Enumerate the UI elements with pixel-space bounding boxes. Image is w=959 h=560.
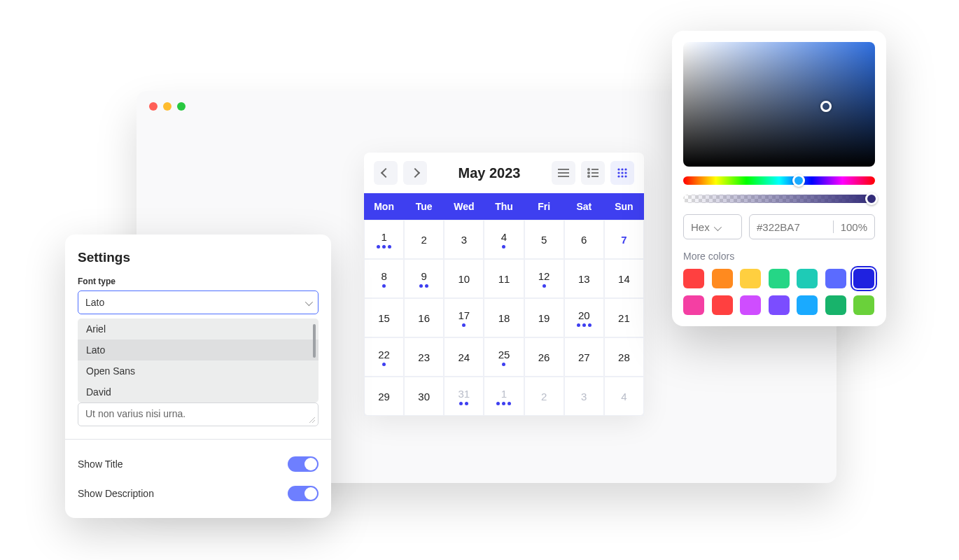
- color-swatch[interactable]: [740, 295, 761, 315]
- calendar-day-cell[interactable]: 24: [444, 337, 484, 377]
- calendar-day-cell[interactable]: 26: [524, 337, 564, 377]
- calendar-day-cell[interactable]: 14: [604, 259, 644, 298]
- resize-grip-icon: [308, 416, 315, 423]
- day-number: 1: [501, 388, 507, 400]
- dropdown-scrollbar[interactable]: [313, 324, 316, 358]
- calendar-day-cell[interactable]: 18: [484, 298, 524, 337]
- alpha-slider[interactable]: [683, 195, 875, 203]
- hue-thumb[interactable]: [792, 174, 805, 187]
- calendar-day-cell[interactable]: 4: [604, 377, 644, 416]
- svg-point-3: [587, 168, 590, 171]
- svg-rect-4: [592, 169, 598, 170]
- calendar-view-agenda[interactable]: [581, 161, 605, 185]
- calendar-day-cell[interactable]: 17: [444, 298, 484, 337]
- show-description-toggle[interactable]: [288, 486, 318, 501]
- calendar-day-cell[interactable]: 6: [564, 220, 604, 259]
- color-value-input[interactable]: #322BA7 100%: [749, 214, 875, 239]
- day-number: 14: [618, 273, 630, 285]
- calendar-view-grid[interactable]: [610, 161, 634, 185]
- calendar-day-cell[interactable]: 20: [564, 298, 604, 337]
- maximize-window[interactable]: [177, 102, 186, 111]
- alpha-thumb[interactable]: [865, 192, 878, 205]
- font-option[interactable]: David: [78, 382, 318, 402]
- day-number: 29: [378, 391, 390, 402]
- color-swatch[interactable]: [769, 269, 790, 288]
- day-number: 21: [618, 312, 630, 324]
- calendar-prev-button[interactable]: [374, 161, 398, 185]
- calendar-day-cell[interactable]: 1: [484, 377, 524, 416]
- settings-panel: Settings Font type Lato ArielLatoOpen Sa…: [65, 234, 331, 518]
- calendar-day-cell[interactable]: 8: [364, 259, 404, 298]
- calendar-day-cell[interactable]: 2: [404, 220, 444, 259]
- calendar-day-cell[interactable]: 3: [444, 220, 484, 259]
- calendar-day-cell[interactable]: 16: [404, 298, 444, 337]
- day-number: 24: [458, 351, 470, 363]
- color-swatch[interactable]: [769, 295, 790, 315]
- font-select[interactable]: Lato: [78, 290, 318, 314]
- close-window[interactable]: [149, 102, 158, 111]
- day-number: 19: [538, 312, 550, 324]
- svg-point-17: [624, 175, 626, 177]
- color-swatch[interactable]: [740, 269, 761, 288]
- calendar-day-header: Sat: [564, 193, 604, 220]
- calendar-day-cell[interactable]: 11: [484, 259, 524, 298]
- event-dots: [502, 363, 505, 366]
- color-swatch[interactable]: [853, 295, 874, 315]
- calendar-day-cell[interactable]: 29: [364, 377, 404, 416]
- calendar-day-cell[interactable]: 9: [404, 259, 444, 298]
- saturation-value-picker[interactable]: [683, 42, 875, 167]
- color-cursor[interactable]: [820, 101, 832, 112]
- minimize-window[interactable]: [163, 102, 172, 111]
- settings-title: Settings: [78, 250, 318, 265]
- color-value-row: Hex #322BA7 100%: [683, 214, 875, 239]
- calendar-day-cell[interactable]: 25: [484, 337, 524, 377]
- day-number: 3: [461, 234, 467, 246]
- color-swatch[interactable]: [797, 295, 818, 315]
- color-swatch[interactable]: [825, 295, 846, 315]
- calendar-day-cell[interactable]: 31: [444, 377, 484, 416]
- color-swatch[interactable]: [712, 269, 733, 288]
- day-number: 23: [418, 351, 430, 363]
- calendar-day-cell[interactable]: 2: [524, 377, 564, 416]
- event-dots: [577, 323, 592, 327]
- font-option[interactable]: Lato: [78, 340, 318, 360]
- color-swatch[interactable]: [825, 269, 846, 288]
- calendar-view-list[interactable]: [552, 161, 575, 185]
- calendar-day-cell[interactable]: 21: [604, 298, 644, 337]
- calendar-day-cell[interactable]: 5: [524, 220, 564, 259]
- calendar-day-cell[interactable]: 23: [404, 337, 444, 377]
- calendar-day-cell[interactable]: 19: [524, 298, 564, 337]
- day-number: 30: [418, 391, 430, 402]
- color-swatch[interactable]: [712, 295, 733, 315]
- font-option[interactable]: Ariel: [78, 318, 318, 340]
- calendar-day-cell[interactable]: 30: [404, 377, 444, 416]
- color-format-select[interactable]: Hex: [683, 214, 742, 239]
- calendar-next-button[interactable]: [403, 161, 427, 185]
- calendar-day-cell[interactable]: 10: [444, 259, 484, 298]
- calendar-day-cell[interactable]: 1: [364, 220, 404, 259]
- color-swatch[interactable]: [683, 269, 704, 288]
- color-swatch[interactable]: [797, 269, 818, 288]
- calendar-day-cell[interactable]: 22: [364, 337, 404, 377]
- description-textarea[interactable]: Ut non varius nisi urna.: [78, 402, 318, 426]
- calendar-day-cell[interactable]: 4: [484, 220, 524, 259]
- calendar-day-cell[interactable]: 28: [604, 337, 644, 377]
- calendar-day-cell[interactable]: 27: [564, 337, 604, 377]
- calendar-day-cell[interactable]: 3: [564, 377, 604, 416]
- calendar-day-cell[interactable]: 12: [524, 259, 564, 298]
- calendar-day-cell[interactable]: 15: [364, 298, 404, 337]
- show-title-toggle[interactable]: [288, 456, 318, 472]
- day-number: 7: [621, 234, 626, 246]
- day-number: 25: [498, 349, 510, 360]
- color-swatch[interactable]: [683, 295, 704, 315]
- day-number: 16: [418, 312, 430, 324]
- font-option[interactable]: Open Sans: [78, 360, 318, 382]
- day-number: 2: [421, 234, 427, 246]
- calendar-day-cell[interactable]: 7: [604, 220, 644, 259]
- hue-slider[interactable]: [683, 176, 875, 185]
- day-number: 12: [538, 270, 550, 282]
- color-swatch[interactable]: [853, 269, 874, 288]
- day-number: 18: [498, 312, 510, 324]
- show-description-label: Show Description: [78, 488, 154, 499]
- calendar-day-cell[interactable]: 13: [564, 259, 604, 298]
